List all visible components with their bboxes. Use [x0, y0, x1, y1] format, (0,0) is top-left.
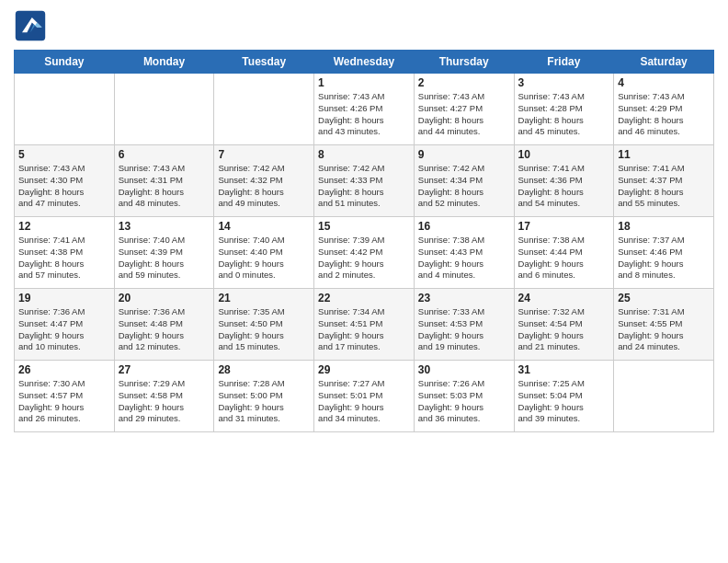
calendar-cell: 29Sunrise: 7:27 AM Sunset: 5:01 PM Dayli…: [314, 361, 415, 432]
day-info: Sunrise: 7:29 AM Sunset: 4:58 PM Dayligh…: [119, 378, 210, 425]
calendar-cell: 17Sunrise: 7:38 AM Sunset: 4:44 PM Dayli…: [514, 217, 614, 289]
day-number: 22: [318, 292, 410, 304]
day-info: Sunrise: 7:25 AM Sunset: 5:04 PM Dayligh…: [518, 378, 610, 425]
day-number: 3: [518, 76, 610, 89]
day-number: 19: [18, 292, 110, 304]
calendar-cell: 24Sunrise: 7:32 AM Sunset: 4:54 PM Dayli…: [514, 289, 614, 361]
calendar-cell: [15, 74, 115, 145]
calendar-cell: 18Sunrise: 7:37 AM Sunset: 4:46 PM Dayli…: [614, 217, 714, 289]
calendar-cell: 8Sunrise: 7:42 AM Sunset: 4:33 PM Daylig…: [314, 145, 415, 217]
calendar-cell: 23Sunrise: 7:33 AM Sunset: 4:53 PM Dayli…: [414, 289, 514, 361]
day-number: 14: [218, 220, 310, 233]
day-info: Sunrise: 7:26 AM Sunset: 5:03 PM Dayligh…: [418, 378, 510, 425]
day-info: Sunrise: 7:40 AM Sunset: 4:40 PM Dayligh…: [218, 235, 310, 282]
calendar-cell: 2Sunrise: 7:43 AM Sunset: 4:27 PM Daylig…: [414, 74, 514, 145]
weekday-tuesday: Tuesday: [214, 51, 314, 74]
day-number: 28: [218, 363, 310, 376]
day-number: 18: [618, 220, 710, 233]
weekday-header-row: SundayMondayTuesdayWednesdayThursdayFrid…: [15, 51, 714, 74]
calendar-cell: 11Sunrise: 7:41 AM Sunset: 4:37 PM Dayli…: [614, 145, 714, 217]
day-number: 4: [618, 76, 710, 89]
calendar-cell: 26Sunrise: 7:30 AM Sunset: 4:57 PM Dayli…: [15, 361, 115, 432]
day-info: Sunrise: 7:43 AM Sunset: 4:28 PM Dayligh…: [518, 91, 610, 138]
calendar-cell: [114, 74, 214, 145]
calendar-cell: 31Sunrise: 7:25 AM Sunset: 5:04 PM Dayli…: [514, 361, 614, 432]
day-info: Sunrise: 7:42 AM Sunset: 4:33 PM Dayligh…: [318, 163, 410, 210]
day-info: Sunrise: 7:39 AM Sunset: 4:42 PM Dayligh…: [318, 235, 410, 282]
day-number: 12: [18, 220, 110, 233]
day-info: Sunrise: 7:32 AM Sunset: 4:54 PM Dayligh…: [518, 306, 610, 353]
day-number: 10: [518, 148, 610, 161]
day-info: Sunrise: 7:43 AM Sunset: 4:26 PM Dayligh…: [318, 91, 410, 138]
day-info: Sunrise: 7:43 AM Sunset: 4:29 PM Dayligh…: [618, 91, 710, 138]
calendar-week-0: 1Sunrise: 7:43 AM Sunset: 4:26 PM Daylig…: [15, 74, 714, 145]
calendar-cell: 9Sunrise: 7:42 AM Sunset: 4:34 PM Daylig…: [414, 145, 514, 217]
day-number: 13: [119, 220, 210, 233]
calendar-cell: 5Sunrise: 7:43 AM Sunset: 4:30 PM Daylig…: [15, 145, 115, 217]
day-number: 25: [618, 292, 710, 304]
day-number: 15: [318, 220, 410, 233]
day-number: 11: [618, 148, 710, 161]
day-info: Sunrise: 7:28 AM Sunset: 5:00 PM Dayligh…: [218, 378, 310, 425]
day-number: 27: [119, 363, 210, 376]
calendar-cell: 14Sunrise: 7:40 AM Sunset: 4:40 PM Dayli…: [214, 217, 314, 289]
day-number: 31: [518, 363, 610, 376]
calendar-cell: 1Sunrise: 7:43 AM Sunset: 4:26 PM Daylig…: [314, 74, 415, 145]
day-number: 30: [418, 363, 510, 376]
calendar-cell: 15Sunrise: 7:39 AM Sunset: 4:42 PM Dayli…: [314, 217, 415, 289]
day-number: 1: [318, 76, 410, 89]
day-info: Sunrise: 7:36 AM Sunset: 4:48 PM Dayligh…: [119, 306, 210, 353]
day-info: Sunrise: 7:35 AM Sunset: 4:50 PM Dayligh…: [218, 306, 310, 353]
day-info: Sunrise: 7:41 AM Sunset: 4:38 PM Dayligh…: [18, 235, 110, 282]
weekday-friday: Friday: [514, 51, 614, 74]
day-info: Sunrise: 7:43 AM Sunset: 4:31 PM Dayligh…: [119, 163, 210, 210]
day-info: Sunrise: 7:41 AM Sunset: 4:36 PM Dayligh…: [518, 163, 610, 210]
calendar-cell: 13Sunrise: 7:40 AM Sunset: 4:39 PM Dayli…: [114, 217, 214, 289]
weekday-sunday: Sunday: [15, 51, 115, 74]
day-info: Sunrise: 7:31 AM Sunset: 4:55 PM Dayligh…: [618, 306, 710, 353]
calendar-cell: 10Sunrise: 7:41 AM Sunset: 4:36 PM Dayli…: [514, 145, 614, 217]
calendar-cell: 3Sunrise: 7:43 AM Sunset: 4:28 PM Daylig…: [514, 74, 614, 145]
calendar-cell: 4Sunrise: 7:43 AM Sunset: 4:29 PM Daylig…: [614, 74, 714, 145]
calendar-cell: 19Sunrise: 7:36 AM Sunset: 4:47 PM Dayli…: [15, 289, 115, 361]
day-info: Sunrise: 7:38 AM Sunset: 4:43 PM Dayligh…: [418, 235, 510, 282]
calendar-cell: 28Sunrise: 7:28 AM Sunset: 5:00 PM Dayli…: [214, 361, 314, 432]
day-number: 7: [218, 148, 310, 161]
logo: [14, 9, 51, 42]
day-number: 2: [418, 76, 510, 89]
day-number: 29: [318, 363, 410, 376]
calendar-week-2: 12Sunrise: 7:41 AM Sunset: 4:38 PM Dayli…: [15, 217, 714, 289]
calendar-cell: 12Sunrise: 7:41 AM Sunset: 4:38 PM Dayli…: [15, 217, 115, 289]
calendar-cell: 22Sunrise: 7:34 AM Sunset: 4:51 PM Dayli…: [314, 289, 415, 361]
day-number: 17: [518, 220, 610, 233]
day-info: Sunrise: 7:36 AM Sunset: 4:47 PM Dayligh…: [18, 306, 110, 353]
calendar-cell: [214, 74, 314, 145]
calendar-cell: 21Sunrise: 7:35 AM Sunset: 4:50 PM Dayli…: [214, 289, 314, 361]
day-number: 5: [18, 148, 110, 161]
calendar-cell: 20Sunrise: 7:36 AM Sunset: 4:48 PM Dayli…: [114, 289, 214, 361]
day-info: Sunrise: 7:38 AM Sunset: 4:44 PM Dayligh…: [518, 235, 610, 282]
day-info: Sunrise: 7:33 AM Sunset: 4:53 PM Dayligh…: [418, 306, 510, 353]
weekday-wednesday: Wednesday: [314, 51, 415, 74]
page: SundayMondayTuesdayWednesdayThursdayFrid…: [0, 0, 728, 563]
day-info: Sunrise: 7:43 AM Sunset: 4:30 PM Dayligh…: [18, 163, 110, 210]
day-number: 21: [218, 292, 310, 304]
day-info: Sunrise: 7:27 AM Sunset: 5:01 PM Dayligh…: [318, 378, 410, 425]
day-number: 23: [418, 292, 510, 304]
day-number: 20: [119, 292, 210, 304]
day-number: 8: [318, 148, 410, 161]
day-number: 9: [418, 148, 510, 161]
weekday-saturday: Saturday: [614, 51, 714, 74]
header: [14, 9, 714, 42]
calendar-week-3: 19Sunrise: 7:36 AM Sunset: 4:47 PM Dayli…: [15, 289, 714, 361]
day-info: Sunrise: 7:40 AM Sunset: 4:39 PM Dayligh…: [119, 235, 210, 282]
day-info: Sunrise: 7:34 AM Sunset: 4:51 PM Dayligh…: [318, 306, 410, 353]
day-info: Sunrise: 7:43 AM Sunset: 4:27 PM Dayligh…: [418, 91, 510, 138]
day-info: Sunrise: 7:42 AM Sunset: 4:34 PM Dayligh…: [418, 163, 510, 210]
day-number: 6: [119, 148, 210, 161]
day-info: Sunrise: 7:37 AM Sunset: 4:46 PM Dayligh…: [618, 235, 710, 282]
day-info: Sunrise: 7:30 AM Sunset: 4:57 PM Dayligh…: [18, 378, 110, 425]
calendar-cell: 16Sunrise: 7:38 AM Sunset: 4:43 PM Dayli…: [414, 217, 514, 289]
day-info: Sunrise: 7:42 AM Sunset: 4:32 PM Dayligh…: [218, 163, 310, 210]
weekday-thursday: Thursday: [414, 51, 514, 74]
